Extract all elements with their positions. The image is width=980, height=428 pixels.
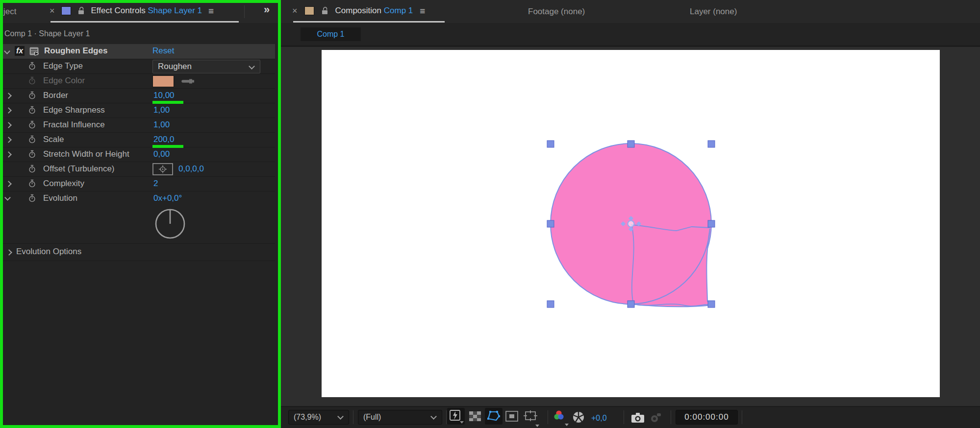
param-value[interactable]: 0,0,0,0 [178,164,204,174]
active-tab-underline [50,21,239,23]
resolution-dropdown[interactable]: (Full) [358,410,442,425]
exposure-shutter-icon[interactable] [572,411,585,424]
stopwatch-icon[interactable] [28,76,36,87]
timecode-value: 0:00:00:00 [684,412,729,422]
comp-color-swatch[interactable] [304,6,314,15]
channel-settings-button[interactable] [552,409,569,425]
chevron-right-icon[interactable] [5,181,12,187]
selection-handle[interactable] [628,141,634,147]
magnification-value: (73,9%) [294,413,321,422]
grid-guide-options-button[interactable] [524,410,540,425]
stopwatch-icon[interactable] [28,120,36,131]
selection-handle[interactable] [547,220,554,227]
viewer-tab-comp1[interactable]: Comp 1 [301,27,361,41]
selection-handle[interactable] [547,141,554,147]
close-icon[interactable]: × [292,6,298,15]
snapshot-camera-button[interactable] [631,412,645,423]
exposure-value[interactable]: +0,0 [591,414,607,423]
color-swatch[interactable] [152,75,174,87]
layer-color-swatch[interactable] [61,6,71,15]
selection-handle[interactable] [547,301,554,308]
chevron-down-icon [337,413,344,420]
stopwatch-icon[interactable] [28,91,36,101]
eyedropper-icon[interactable] [181,78,195,85]
stopwatch-icon[interactable] [28,106,36,116]
chevron-right-icon[interactable] [5,107,12,114]
param-label: Edge Sharpness [43,105,105,115]
param-dropdown[interactable]: Roughen [152,60,260,73]
stopwatch-icon[interactable] [28,165,36,175]
stopwatch-icon[interactable] [28,179,36,190]
tab-layer[interactable]: Layer (none) [690,7,737,17]
timecode-box[interactable]: 0:00:00:00 [676,410,738,425]
stopwatch-icon[interactable] [28,135,36,145]
unlock-icon[interactable] [321,6,328,15]
param-value[interactable]: 1,00 [153,105,170,115]
param-row-edge-sharpness: Edge Sharpness1,00 [0,103,275,118]
offset-target-button[interactable] [152,163,173,175]
stopwatch-icon[interactable] [28,194,36,204]
chevron-right-icon[interactable] [5,151,12,158]
param-value[interactable]: 0x+0,0° [153,193,182,203]
transparency-grid-button[interactable] [468,410,482,422]
chevron-down-icon[interactable] [4,194,11,201]
chevron-right-icon[interactable] [5,122,12,128]
panel-menu-icon[interactable]: ≡ [420,6,425,16]
magnification-dropdown[interactable]: (73,9%) [288,410,349,425]
param-value[interactable]: 200,0 [153,135,175,144]
close-icon[interactable]: × [50,6,55,15]
param-value[interactable]: 1,00 [153,120,170,130]
param-value[interactable]: 2 [153,179,158,189]
panel-menu-icon[interactable]: ≡ [208,6,214,16]
composition-canvas [322,50,940,397]
selection-handle[interactable] [628,301,634,308]
annotation-green-underline [152,101,183,104]
param-value[interactable]: 0,00 [153,149,170,159]
param-value[interactable]: 10,00 [153,91,175,100]
viewer-divider [281,46,980,47]
resolution-value: (Full) [363,413,381,422]
toolbar-divider [624,410,624,424]
stopwatch-icon[interactable] [28,62,36,72]
tab-divider [244,5,245,18]
param-label: Scale [43,135,64,144]
chevron-right-icon[interactable] [6,249,12,256]
tab-effect-controls[interactable]: Effect Controls Shape Layer 1 [91,6,202,16]
evolution-options-row[interactable]: Evolution Options [0,243,275,261]
chevron-right-icon[interactable] [5,93,12,99]
effect-header-row[interactable]: fx Roughen Edges Reset [0,44,275,59]
show-snapshot-button[interactable] [649,413,662,424]
param-row-evolution: Evolution0x+0,0° [0,191,275,206]
selection-handle[interactable] [708,220,715,227]
canvas-overlay [322,50,940,397]
chevron-down-icon[interactable] [4,48,10,54]
evolution-options-label: Evolution Options [16,247,81,257]
selection-handle[interactable] [708,141,715,147]
effect-reset-link[interactable]: Reset [152,46,174,56]
param-row-complexity: Complexity2 [0,176,275,191]
fast-previews-button[interactable] [447,408,465,425]
effect-name: Roughen Edges [44,46,107,56]
grid-guides-icon [524,410,537,421]
effect-controls-tab-group: × Effect Controls Shape Layer 1 ≡ [50,6,214,16]
effect-badge-icon [29,47,39,56]
fx-badge-icon: fx [15,46,25,56]
param-label: Edge Color [43,76,85,86]
chevron-right-icon[interactable] [5,137,12,143]
unlock-icon[interactable] [77,6,85,15]
mask-visibility-button[interactable] [485,408,503,425]
tab-project-partial[interactable]: ject [3,7,16,17]
collapse-panel-icon[interactable]: » [264,4,270,15]
param-label: Complexity [43,179,84,189]
chevron-down-icon [430,413,437,420]
stopwatch-icon[interactable] [28,150,36,160]
param-label: Border [43,91,68,100]
tab-footage[interactable]: Footage (none) [528,7,585,17]
after-effects-workspace: × Composition Comp 1 ≡ Footage (none) La… [0,0,980,428]
toolbar-divider [742,410,742,424]
param-label: Edge Type [43,61,83,71]
evolution-dial[interactable] [154,208,186,240]
selection-handle[interactable] [708,301,715,308]
tab-composition[interactable]: Composition Comp 1 [335,6,413,16]
region-of-interest-button[interactable] [505,411,518,422]
